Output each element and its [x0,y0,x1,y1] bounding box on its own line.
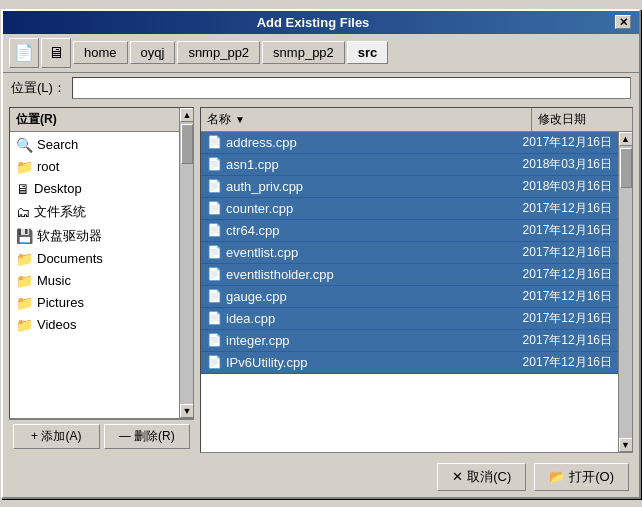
tab-snmp-pp2-2[interactable]: snmp_pp2 [262,41,345,64]
sidebar-item-0[interactable]: 🔍Search [12,134,177,156]
file-scroll-down[interactable]: ▼ [619,438,633,452]
file-row-1[interactable]: 📄asn1.cpp2018年03月16日 [201,154,618,176]
file-icon-10: 📄 [207,355,222,369]
file-date-3: 2017年12月16日 [512,200,612,217]
tab-home[interactable]: home [73,41,128,64]
sidebar-item-1[interactable]: 📁root [12,156,177,178]
col-date-header[interactable]: 修改日期 [532,108,632,131]
file-scroll-thumb[interactable] [620,148,632,188]
dialog-window: Add Existing Files ✕ 📄 🖥 home oyqj snmp_… [1,9,641,499]
window-title: Add Existing Files [11,15,615,30]
file-icon-9: 📄 [207,333,222,347]
scroll-up-arrow[interactable]: ▲ [180,108,194,122]
new-file-button[interactable]: 📄 [9,38,39,68]
sidebar-scrollbar: ▲ ▼ [179,108,193,418]
sidebar-item-6[interactable]: 📁Music [12,270,177,292]
sidebar-label-4: 软盘驱动器 [37,227,102,245]
tab-src[interactable]: src [347,41,389,64]
sidebar-label-5: Documents [37,251,103,266]
file-name-9: integer.cpp [226,333,512,348]
file-icon-6: 📄 [207,267,222,281]
col-name-header[interactable]: 名称 ▼ [201,108,532,131]
sidebar-label-0: Search [37,137,78,152]
file-date-6: 2017年12月16日 [512,266,612,283]
file-date-2: 2018年03月16日 [512,178,612,195]
sidebar-icon-0: 🔍 [16,137,33,153]
file-row-9[interactable]: 📄integer.cpp2017年12月16日 [201,330,618,352]
tab-oyqj[interactable]: oyqj [130,41,176,64]
file-row-2[interactable]: 📄auth_priv.cpp2018年03月16日 [201,176,618,198]
remove-button[interactable]: — 删除(R) [104,424,191,449]
file-scroll-up[interactable]: ▲ [619,132,633,146]
file-row-10[interactable]: 📄IPv6Utility.cpp2017年12月16日 [201,352,618,374]
scroll-track [180,122,193,404]
tab-snmp-pp2-1[interactable]: snmp_pp2 [177,41,260,64]
file-name-8: idea.cpp [226,311,512,326]
file-icon-2: 📄 [207,179,222,193]
sidebar-label-7: Pictures [37,295,84,310]
file-icon-8: 📄 [207,311,222,325]
sort-indicator: ▼ [235,114,245,125]
open-icon: 📂 [549,469,565,484]
file-name-0: address.cpp [226,135,512,150]
scroll-down-arrow[interactable]: ▼ [180,404,194,418]
file-panel: 名称 ▼ 修改日期 📄address.cpp2017年12月16日📄asn1.c… [200,107,633,453]
sidebar-icon-1: 📁 [16,159,33,175]
file-name-5: eventlist.cpp [226,245,512,260]
close-button[interactable]: ✕ [615,15,631,29]
sidebar-item-3[interactable]: 🗂文件系统 [12,200,177,224]
sidebar-icon-7: 📁 [16,295,33,311]
file-header: 名称 ▼ 修改日期 [201,108,632,132]
sidebar-header: 位置(R) [10,108,179,132]
location-bar: 位置(L)： [3,73,639,103]
file-date-5: 2017年12月16日 [512,244,612,261]
file-icon-0: 📄 [207,135,222,149]
file-name-2: auth_priv.cpp [226,179,512,194]
file-icon-7: 📄 [207,289,222,303]
file-name-6: eventlistholder.cpp [226,267,512,282]
file-row-0[interactable]: 📄address.cpp2017年12月16日 [201,132,618,154]
sidebar-item-4[interactable]: 💾软盘驱动器 [12,224,177,248]
sidebar-icon-3: 🗂 [16,204,30,220]
toolbar: 📄 🖥 home oyqj snmp_pp2 snmp_pp2 src [3,34,639,73]
file-row-7[interactable]: 📄gauge.cpp2017年12月16日 [201,286,618,308]
location-input[interactable] [72,77,631,99]
file-name-4: ctr64.cpp [226,223,512,238]
sidebar-icon-2: 🖥 [16,181,30,197]
add-button[interactable]: + 添加(A) [13,424,100,449]
footer: ✕ 取消(C) 📂 打开(O) [3,457,639,497]
sidebar-list: 🔍Search📁root🖥Desktop🗂文件系统💾软盘驱动器📁Document… [10,132,179,418]
file-row-4[interactable]: 📄ctr64.cpp2017年12月16日 [201,220,618,242]
file-name-3: counter.cpp [226,201,512,216]
sidebar-item-5[interactable]: 📁Documents [12,248,177,270]
sidebar-label-8: Videos [37,317,77,332]
cancel-button[interactable]: ✕ 取消(C) [437,463,526,491]
file-icon-4: 📄 [207,223,222,237]
sidebar-icon-8: 📁 [16,317,33,333]
file-date-4: 2017年12月16日 [512,222,612,239]
file-icon-1: 📄 [207,157,222,171]
file-row-5[interactable]: 📄eventlist.cpp2017年12月16日 [201,242,618,264]
file-name-7: gauge.cpp [226,289,512,304]
file-name-10: IPv6Utility.cpp [226,355,512,370]
file-date-1: 2018年03月16日 [512,156,612,173]
open-button[interactable]: 📂 打开(O) [534,463,629,491]
main-area: 位置(R) 🔍Search📁root🖥Desktop🗂文件系统💾软盘驱动器📁Do… [3,103,639,457]
sidebar-item-2[interactable]: 🖥Desktop [12,178,177,200]
file-list-container: 📄address.cpp2017年12月16日📄asn1.cpp2018年03月… [201,132,632,452]
sidebar-item-8[interactable]: 📁Videos [12,314,177,336]
sidebar-label-6: Music [37,273,71,288]
file-date-10: 2017年12月16日 [512,354,612,371]
scroll-thumb[interactable] [181,124,193,164]
file-scrollbar: ▲ ▼ [618,132,632,452]
file-date-9: 2017年12月16日 [512,332,612,349]
file-date-0: 2017年12月16日 [512,134,612,151]
computer-button[interactable]: 🖥 [41,38,71,68]
file-row-8[interactable]: 📄idea.cpp2017年12月16日 [201,308,618,330]
cancel-icon: ✕ [452,469,463,484]
file-row-6[interactable]: 📄eventlistholder.cpp2017年12月16日 [201,264,618,286]
sidebar-item-7[interactable]: 📁Pictures [12,292,177,314]
file-row-3[interactable]: 📄counter.cpp2017年12月16日 [201,198,618,220]
open-label: 打开(O) [569,468,614,486]
file-date-7: 2017年12月16日 [512,288,612,305]
